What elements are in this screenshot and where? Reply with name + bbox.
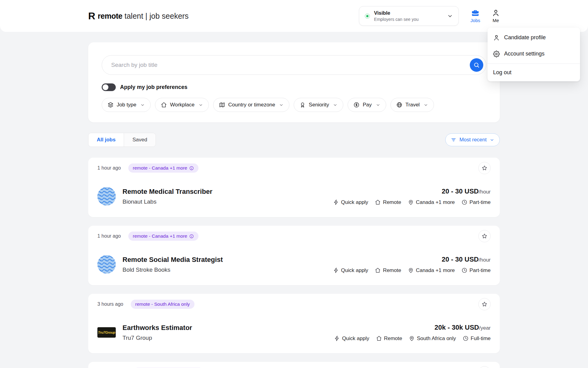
nav-me-label: Me	[493, 18, 499, 23]
job-title[interactable]: Remote Social Media Strategist	[123, 256, 223, 264]
chevron-down-icon	[424, 103, 428, 107]
meta-label: Remote	[383, 267, 401, 274]
brand-name: remote	[98, 12, 122, 21]
sort-label: Most recent	[459, 137, 487, 143]
nav-jobs[interactable]: Jobs	[470, 9, 480, 23]
meta-label: Quick apply	[342, 335, 369, 342]
location-badge: remote - Canada +1 more	[128, 232, 199, 241]
lightning-icon	[333, 199, 339, 205]
save-job-button[interactable]	[478, 298, 491, 310]
layers-icon	[107, 102, 114, 108]
job-meta: Quick applyRemoteCanada +1 morePart-time	[333, 199, 491, 205]
posted-time: 1 hour ago	[97, 233, 121, 239]
job-pay-period: /hour	[479, 189, 491, 195]
pin-icon	[409, 335, 415, 341]
house-icon	[161, 102, 167, 108]
meta-label: Remote	[383, 199, 401, 205]
chevron-down-icon	[198, 103, 203, 107]
chevron-down-icon	[447, 13, 453, 19]
badge-label: remote - Canada +1 more	[133, 165, 187, 171]
job-card[interactable]: 1 hour ago remote - Canada +1 more Remot…	[88, 158, 500, 217]
company-logo	[97, 255, 116, 274]
chevron-down-icon	[333, 103, 337, 107]
filter-row: Job typeWorkplaceCountry or timezoneSeni…	[102, 98, 486, 112]
medal-icon	[300, 102, 306, 108]
posted-time: 1 hour ago	[97, 165, 121, 171]
brand-tagline: talent | job seekers	[124, 12, 188, 21]
filter-seniority[interactable]: Seniority	[294, 98, 343, 112]
filter-travel[interactable]: Travel	[390, 98, 434, 112]
job-title[interactable]: Remote Medical Transcriber	[123, 188, 212, 196]
meta-part-time: Part-time	[462, 267, 491, 274]
meta-quick-apply: Quick apply	[333, 199, 368, 205]
job-meta: Quick applyRemoteCanada +1 morePart-time	[333, 267, 491, 274]
gear-icon	[493, 51, 500, 57]
meta-label: Part-time	[469, 267, 491, 274]
filter-country-or-timezone[interactable]: Country or timezone	[213, 98, 289, 112]
meta-label: Canada +1 more	[416, 267, 455, 274]
job-pay: 20 - 30 USD	[442, 187, 479, 195]
star-icon	[481, 301, 488, 307]
filter-workplace[interactable]: Workplace	[155, 98, 209, 112]
meta-part-time: Part-time	[462, 199, 491, 205]
lightning-icon	[333, 267, 339, 273]
star-icon	[481, 233, 488, 239]
job-company: Bold Stroke Books	[123, 266, 223, 273]
preferences-label: Apply my job preferences	[120, 84, 187, 90]
company-logo-text: Tru7Group	[97, 327, 116, 338]
meta-label: Canada +1 more	[416, 199, 455, 205]
visibility-title: Visible	[374, 10, 419, 16]
chevron-down-icon	[376, 103, 380, 107]
company-logo: Tru7Group	[97, 323, 116, 342]
info-icon	[189, 166, 194, 171]
clock-icon	[463, 335, 469, 341]
save-job-button[interactable]	[478, 366, 491, 368]
job-card[interactable]: 3 hours ago remote - South Africa only T…	[88, 294, 500, 353]
search-icon	[473, 62, 480, 68]
dollar-icon	[353, 102, 360, 108]
nav-jobs-label: Jobs	[470, 18, 480, 23]
house-icon	[376, 335, 382, 341]
info-icon	[189, 234, 194, 239]
tab-saved[interactable]: Saved	[124, 133, 155, 147]
job-search-input[interactable]	[102, 55, 486, 75]
job-card[interactable]: 14 hours ago remote - Canada +1 more	[88, 362, 500, 368]
meta-canada-1-more: Canada +1 more	[408, 199, 455, 205]
jobs-tabs: All jobs Saved	[88, 133, 156, 147]
job-company: Tru7 Group	[123, 335, 192, 341]
filter-label: Job type	[117, 102, 136, 108]
visibility-dropdown[interactable]: Visible Employers can see you	[359, 6, 459, 26]
visible-status-dot	[365, 13, 370, 19]
save-job-button[interactable]	[478, 230, 491, 242]
tab-all-jobs[interactable]: All jobs	[89, 133, 124, 147]
person-icon	[492, 9, 500, 17]
clock-icon	[462, 199, 467, 205]
search-button[interactable]	[470, 58, 483, 72]
menu-item-account-settings[interactable]: Account settings	[488, 46, 580, 62]
job-company: Bionaut Labs	[123, 198, 212, 205]
preferences-toggle[interactable]	[102, 83, 116, 91]
badge-label: remote - Canada +1 more	[133, 233, 187, 239]
filter-icon	[451, 137, 456, 143]
menu-item-log-out[interactable]: Log out	[488, 64, 580, 81]
lightning-icon	[334, 335, 340, 341]
menu-item-candidate-profile[interactable]: Candidate profile	[488, 29, 580, 46]
job-card[interactable]: 1 hour ago remote - Canada +1 more Remot…	[88, 226, 500, 285]
sort-dropdown[interactable]: Most recent	[445, 133, 500, 146]
search-panel: Apply my job preferences Job typeWorkpla…	[88, 42, 500, 122]
brand-logo[interactable]: R remote talent | job seekers	[88, 10, 189, 22]
job-title[interactable]: Earthworks Estimator	[123, 324, 192, 332]
save-job-button[interactable]	[478, 162, 491, 174]
filter-pay[interactable]: Pay	[348, 98, 386, 112]
menu-item-label: Account settings	[504, 51, 545, 57]
company-logo	[97, 187, 116, 205]
nav-me[interactable]: Me	[492, 9, 500, 23]
filter-job-type[interactable]: Job type	[102, 98, 151, 112]
star-icon	[481, 165, 488, 171]
me-dropdown-menu: Candidate profileAccount settings Log ou…	[488, 28, 580, 81]
meta-quick-apply: Quick apply	[333, 267, 368, 274]
meta-label: Part-time	[469, 199, 491, 205]
clock-icon	[462, 267, 467, 273]
chevron-down-icon	[140, 103, 145, 107]
meta-remote: Remote	[376, 335, 402, 342]
